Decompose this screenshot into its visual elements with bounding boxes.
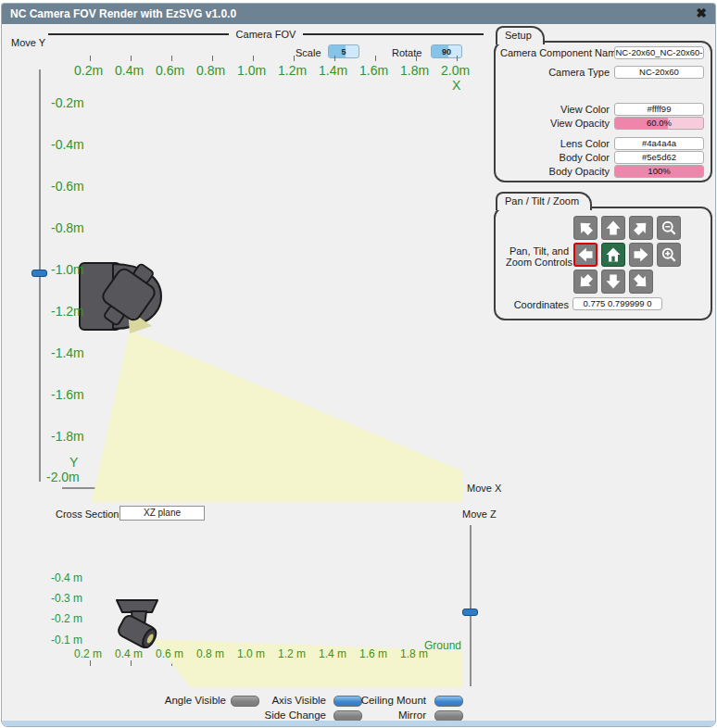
coordinates-field[interactable]: 0.775 0.799999 0 <box>572 297 662 310</box>
cross-y-axis-label: -0.1 m <box>51 634 82 646</box>
cross-y-axis-label: -0.2 m <box>51 612 82 625</box>
arrow-right-icon <box>632 245 650 264</box>
zoom-out-button[interactable] <box>657 216 681 240</box>
zoom-in-button[interactable] <box>657 243 681 267</box>
y-axis-label: -2.0m <box>46 470 80 484</box>
view-color-field[interactable]: #ffff99 <box>614 103 704 116</box>
tilt-up-button[interactable] <box>601 216 625 240</box>
arrow-up-icon <box>604 219 623 237</box>
camera-component-name-label: Camera Component Name <box>500 47 610 58</box>
view-opacity-slider[interactable]: 60.0% <box>614 117 704 130</box>
x-axis-label: 1.0m <box>237 63 266 78</box>
setup-tab[interactable]: Setup <box>496 26 545 44</box>
y-axis-label: -1.2m <box>51 304 84 319</box>
pan-up-left-button[interactable] <box>573 216 598 240</box>
camera-type-label: Camera Type <box>500 67 610 78</box>
cross-x-axis-label: 1.6 m <box>359 647 387 660</box>
cross-x-axis-label: 0.4 m <box>115 647 143 660</box>
pan-down-right-button[interactable] <box>629 270 653 294</box>
camera-type-field[interactable]: NC-20x60 <box>614 66 704 79</box>
camera-side-view <box>117 600 159 650</box>
body-color-label: Body Color <box>500 152 610 163</box>
lens-color-field[interactable]: #4a4a4a <box>614 137 704 150</box>
home-icon <box>604 245 623 264</box>
body-opacity-slider[interactable]: 100% <box>614 165 704 178</box>
ptz-caption: Pan, Tilt, and Zoom Controls <box>500 245 578 268</box>
ptz-tab[interactable]: Pan / Tilt / Zoom <box>496 192 592 210</box>
y-axis-label: -1.0m <box>51 262 84 277</box>
y-axis-label: -0.4m <box>51 137 84 152</box>
lens-color-label: Lens Color <box>500 138 610 149</box>
fov-wedge <box>92 331 463 502</box>
camera-component-name-field[interactable]: NC-20x60_NC-20x60-1 <box>614 46 704 59</box>
home-button[interactable] <box>601 243 625 267</box>
close-icon[interactable]: ✖ <box>696 6 707 20</box>
arrow-left-icon <box>576 245 595 264</box>
ground-label: Ground <box>424 639 461 652</box>
arrow-down-right-icon <box>628 269 654 295</box>
x-axis-label: 1.2m <box>278 63 307 78</box>
x-axis-label: 0.6m <box>156 63 184 78</box>
cross-x-axis-label: 1.2 m <box>278 647 306 660</box>
zoom-out-icon <box>660 219 678 237</box>
body-color-field[interactable]: #5e5d62 <box>614 151 704 164</box>
arrow-down-icon <box>604 272 623 291</box>
view-opacity-label: View Opacity <box>500 118 610 129</box>
pan-right-button[interactable] <box>629 243 653 267</box>
pan-up-right-button[interactable] <box>629 216 653 240</box>
y-axis-label: -1.6m <box>51 387 84 402</box>
cross-x-axis-label: 0.8 m <box>196 647 224 660</box>
cross-x-axis-label: 0.2 m <box>74 647 102 660</box>
x-axis-label: 1.4m <box>319 63 347 78</box>
app-window: NC Camera FOV Render with EzSVG v1.0.0 ✖ <box>1 3 716 727</box>
arrow-up-left-icon <box>572 215 598 241</box>
y-axis-label: -0.6m <box>51 179 84 194</box>
window-title: NC Camera FOV Render with EzSVG v1.0.0 <box>2 7 236 20</box>
x-axis-label: 1.8m <box>400 63 429 78</box>
x-axis-label: 2.0m <box>441 63 470 78</box>
pan-down-left-button[interactable] <box>573 270 598 294</box>
title-bar: NC Camera FOV Render with EzSVG v1.0.0 ✖ <box>2 4 715 24</box>
camera-top-view <box>80 256 165 333</box>
camera-fov-legend: Camera FOV <box>48 29 484 40</box>
x-axis-label: 1.6m <box>359 63 388 78</box>
body-opacity-label: Body Opacity <box>500 166 610 177</box>
arrow-down-left-icon <box>572 269 598 295</box>
x-axis-label: 0.4m <box>115 63 144 78</box>
cross-y-axis-label: -0.4 m <box>51 571 82 584</box>
cross-x-axis-label: 0.6 m <box>156 647 183 660</box>
arrow-up-right-icon <box>628 215 654 241</box>
y-axis-letter: Y <box>69 455 78 470</box>
cross-x-axis-label: 1.0 m <box>237 647 265 660</box>
y-axis-label: -1.8m <box>51 429 84 444</box>
y-axis-label: -0.8m <box>51 220 84 235</box>
cross-y-axis-label: -0.3 m <box>51 592 82 605</box>
cross-x-axis-label: 1.4 m <box>319 647 346 660</box>
y-axis-label: -1.4m <box>51 345 84 360</box>
zoom-in-icon <box>660 245 678 264</box>
y-axis-label: -0.2m <box>51 95 84 110</box>
window-content: Camera FOV Move Y Scale 5 Rotate 90 0.2m… <box>2 24 715 721</box>
cross-fov-wedge <box>152 639 463 687</box>
camera-fov-legend-label: Camera FOV <box>236 29 296 40</box>
x-axis-label: 0.8m <box>196 63 225 78</box>
view-color-label: View Color <box>500 104 610 115</box>
x-axis-label: 0.2m <box>74 63 103 78</box>
tilt-down-button[interactable] <box>601 270 625 294</box>
